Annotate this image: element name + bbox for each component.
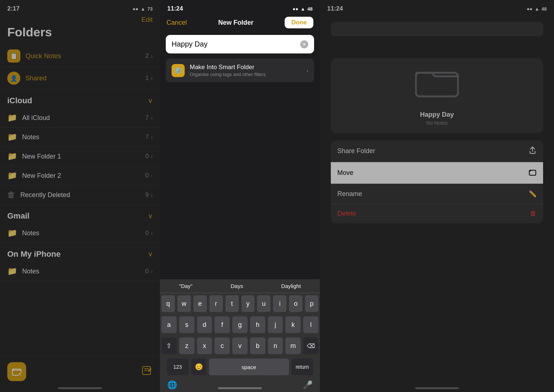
key-c[interactable]: c: [214, 337, 230, 354]
key-v[interactable]: v: [232, 337, 248, 354]
key-l[interactable]: l: [303, 316, 318, 333]
context-move[interactable]: Move: [331, 162, 543, 184]
p1-bottom-bar: [0, 356, 160, 392]
notes-icloud-item[interactable]: 📁 Notes 7 ›: [0, 128, 160, 147]
key-o[interactable]: o: [289, 295, 302, 312]
key-delete[interactable]: ⌫: [303, 337, 318, 354]
gmail-chevron[interactable]: ∨: [148, 212, 153, 220]
key-u[interactable]: u: [257, 295, 270, 312]
notes-iphone-item[interactable]: 📁 Notes 0 ›: [0, 262, 160, 281]
key-r[interactable]: r: [209, 295, 223, 312]
on-my-iphone-chevron[interactable]: ∨: [148, 250, 153, 258]
shared-item[interactable]: 👤 Shared 1 ›: [0, 67, 160, 89]
new-folder-button[interactable]: [7, 362, 26, 381]
notes-icloud-label: Notes: [22, 133, 145, 141]
key-i[interactable]: i: [273, 295, 286, 312]
folder-name-input[interactable]: Happy Day: [172, 40, 300, 48]
smart-folder-text: Make Into Smart Folder Organise using ta…: [190, 64, 306, 77]
key-m[interactable]: m: [285, 337, 301, 354]
notes-gmail-count: 0: [145, 229, 149, 237]
suggestion-2[interactable]: Days: [228, 283, 246, 289]
signal-icon-2: ●●: [293, 6, 298, 12]
keyboard-row-2: a s d f g h j k l: [160, 314, 320, 335]
quick-notes-count: 2: [145, 52, 149, 60]
key-j[interactable]: j: [268, 316, 283, 333]
all-icloud-item[interactable]: 📁 All iCloud 7 ›: [0, 108, 160, 128]
notes-icloud-folder-icon: 📁: [7, 132, 17, 142]
new-folder-1-icon: 📁: [7, 152, 17, 161]
time-3: 11:24: [327, 5, 343, 12]
compose-button[interactable]: [142, 365, 153, 379]
key-n[interactable]: n: [268, 337, 283, 354]
delete-icon: 🗑: [530, 210, 537, 217]
new-folder-1-item[interactable]: 📁 New Folder 1 0 ›: [0, 147, 160, 166]
context-share-folder[interactable]: Share Folder: [331, 140, 543, 162]
smart-folder-icon: ⚙️: [172, 64, 185, 77]
done-button[interactable]: Done: [285, 17, 313, 28]
key-shift[interactable]: ⇧: [161, 337, 177, 354]
key-b[interactable]: b: [250, 337, 265, 354]
key-h[interactable]: h: [250, 316, 265, 333]
key-e[interactable]: e: [193, 295, 207, 312]
smart-folder-chevron: ›: [306, 68, 308, 73]
recently-deleted-chevron: ›: [151, 192, 153, 198]
suggestion-1[interactable]: "Day": [176, 283, 195, 289]
all-icloud-chevron: ›: [151, 115, 153, 121]
icloud-chevron[interactable]: ∨: [148, 97, 153, 105]
happy-day-folder-card: Happy Day No Notes: [331, 58, 543, 133]
notes-iphone-chevron: ›: [151, 268, 153, 274]
key-p[interactable]: p: [305, 295, 318, 312]
edit-button[interactable]: Edit: [141, 16, 153, 24]
recently-deleted-item[interactable]: 🗑 Recently Deleted 9 ›: [0, 185, 160, 205]
key-d[interactable]: d: [197, 316, 212, 333]
cancel-button[interactable]: Cancel: [166, 19, 187, 27]
folder-name-input-row: Happy Day ✕: [166, 35, 314, 53]
notes-gmail-item[interactable]: 📁 Notes 0 ›: [0, 224, 160, 243]
p1-header: Edit: [0, 15, 160, 24]
key-y[interactable]: y: [241, 295, 255, 312]
quick-notes-item[interactable]: 📋 Quick Notes 2 ›: [0, 45, 160, 67]
new-folder-2-chevron: ›: [151, 173, 153, 179]
quick-notes-icon: 📋: [7, 49, 20, 63]
nav-title: New Folder: [218, 19, 253, 27]
microphone-icon[interactable]: 🎤: [303, 380, 313, 390]
key-z[interactable]: z: [179, 337, 194, 354]
key-w[interactable]: w: [177, 295, 191, 312]
smart-folder-option[interactable]: ⚙️ Make Into Smart Folder Organise using…: [166, 59, 314, 82]
suggestion-3[interactable]: Daylight: [278, 283, 304, 289]
key-g[interactable]: g: [232, 316, 248, 333]
context-delete[interactable]: Delete 🗑: [331, 204, 543, 223]
keyboard-row-3: ⇧ z x c v b n m ⌫: [160, 335, 320, 356]
icloud-section-header: iCloud ∨: [0, 89, 160, 108]
status-bar-3: 11:24 ●● ▲ 48: [320, 0, 554, 15]
quick-notes-chevron: ›: [151, 53, 153, 59]
key-emoji[interactable]: 😊: [191, 359, 206, 375]
delete-label: Delete: [337, 210, 356, 217]
wifi-icon: ▲: [141, 6, 145, 12]
key-t[interactable]: t: [225, 295, 239, 312]
key-k[interactable]: k: [285, 316, 301, 333]
globe-icon[interactable]: 🌐: [167, 380, 177, 390]
key-x[interactable]: x: [197, 337, 212, 354]
panel-1: 2:17 ●● ▲ 73 Edit Folders 📋 Quick Notes …: [0, 0, 160, 392]
key-123[interactable]: 123: [167, 359, 189, 375]
shared-count: 1: [145, 75, 149, 82]
new-folder-2-item[interactable]: 📁 New Folder 2 0 ›: [0, 166, 160, 185]
all-icloud-label: All iCloud: [22, 114, 145, 122]
page-title: Folders: [0, 24, 160, 45]
status-icons-1: ●● ▲ 73: [133, 6, 153, 12]
key-a[interactable]: a: [161, 316, 177, 333]
key-q[interactable]: q: [161, 295, 175, 312]
key-f[interactable]: f: [214, 316, 230, 333]
key-s[interactable]: s: [179, 316, 194, 333]
context-menu: Share Folder Move Rename: [331, 140, 543, 223]
on-my-iphone-title: On My iPhone: [7, 249, 61, 259]
key-return[interactable]: return: [292, 359, 313, 375]
all-icloud-count: 7: [145, 114, 149, 121]
clear-input-button[interactable]: ✕: [300, 40, 308, 48]
move-icon: [529, 168, 537, 178]
key-space[interactable]: space: [209, 359, 289, 375]
context-rename[interactable]: Rename ✏️: [331, 184, 543, 204]
keyboard[interactable]: "Day" Days Daylight q w e r t y u i o p …: [160, 279, 320, 392]
new-folder-2-label: New Folder 2: [22, 172, 145, 180]
